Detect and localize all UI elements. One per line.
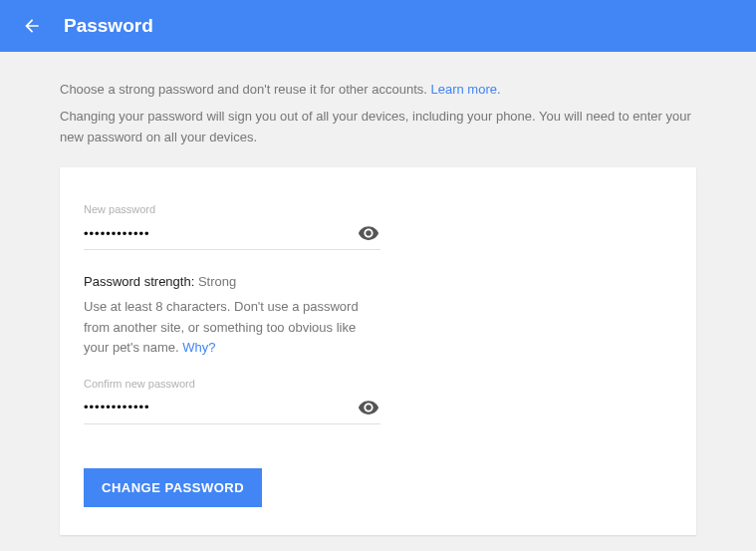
confirm-password-label: Confirm new password xyxy=(84,378,380,390)
new-password-group: New password xyxy=(84,203,380,250)
password-strength: Password strength: Strong xyxy=(84,274,672,289)
password-hint: Use at least 8 characters. Don't use a p… xyxy=(84,297,382,357)
toggle-visibility-icon[interactable] xyxy=(357,221,380,245)
change-password-button[interactable]: CHANGE PASSWORD xyxy=(84,468,262,507)
intro-line-2: Changing your password will sign you out… xyxy=(60,107,696,148)
new-password-input[interactable] xyxy=(84,222,357,245)
why-link[interactable]: Why? xyxy=(182,340,215,355)
strength-label: Password strength: xyxy=(84,274,198,289)
page-header: Password xyxy=(0,0,756,52)
toggle-visibility-icon[interactable] xyxy=(357,396,380,419)
new-password-label: New password xyxy=(84,203,380,215)
confirm-password-row xyxy=(84,396,380,424)
new-password-row xyxy=(84,221,380,250)
confirm-password-input[interactable] xyxy=(84,396,357,418)
intro-text-1: Choose a strong password and don't reuse… xyxy=(60,82,430,97)
back-arrow-icon[interactable] xyxy=(20,14,44,38)
content-area: Choose a strong password and don't reuse… xyxy=(0,52,756,535)
intro-line-1: Choose a strong password and don't reuse… xyxy=(60,80,696,101)
hint-text: Use at least 8 characters. Don't use a p… xyxy=(84,299,359,354)
confirm-password-group: Confirm new password xyxy=(84,378,380,424)
learn-more-link[interactable]: Learn more. xyxy=(430,82,500,97)
strength-value: Strong xyxy=(198,274,236,289)
password-card: New password Password strength: Strong U… xyxy=(60,167,696,534)
page-title: Password xyxy=(64,15,153,37)
